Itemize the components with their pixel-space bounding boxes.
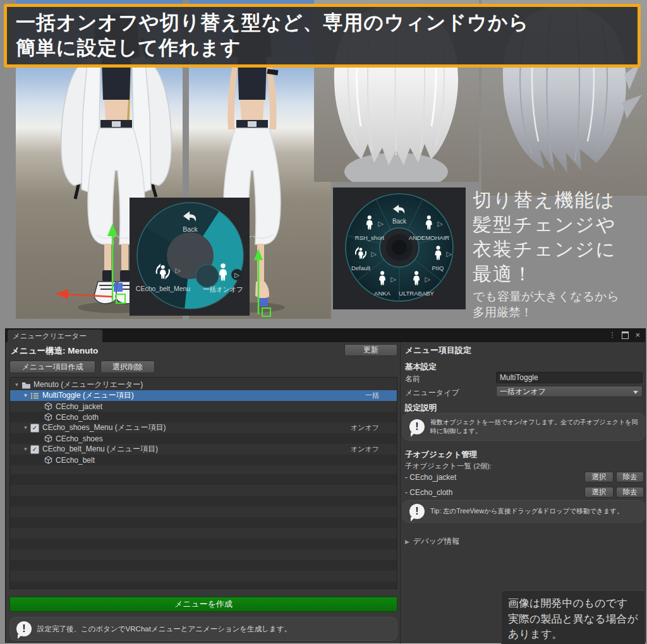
person-icon <box>432 246 444 261</box>
menu-creator-window: メニュークリエーター ⋮ × メニュー構造: Menuto 更新 メニュー項目作… <box>5 328 646 643</box>
headline-line1: 一括オンオフや切り替え型など、専用のウィンドウから <box>16 10 629 35</box>
play-icon: ▷ <box>447 251 452 258</box>
radial-item-label: ANKA <box>374 290 390 297</box>
child-objects-count: 子オブジェクト一覧 (2個): <box>405 462 492 471</box>
radial-item-default: ▷ Default <box>351 246 370 271</box>
fold-closed-icon: ▶ <box>405 539 409 545</box>
checkbox-checked-icon[interactable]: ✓ <box>30 445 40 454</box>
tree-row-cecho-jacket[interactable]: CEcho_jacket <box>10 401 397 412</box>
transform-gizmo <box>51 220 133 311</box>
tree-row-label: CEcho_jacket <box>56 402 102 411</box>
expander-icon[interactable]: ▼ <box>21 425 30 431</box>
radial-item-piiq: ▷ PIIQ <box>432 246 444 271</box>
tree-row-multitoggle[interactable]: ▼ MultiToggle (メニュー項目) 一括 <box>10 390 397 401</box>
tree-row-belt-menu[interactable]: ▼ ✓ CEcho_belt_Menu (メニュー項目) オンオフ <box>10 444 397 455</box>
tree-row-menuto[interactable]: ▼ Menuto (メニュークリエーター) <box>10 379 397 390</box>
tree-row-label: CEcho_cloth <box>56 413 99 422</box>
tree-row-cecho-belt[interactable]: CEcho_belt <box>10 455 397 465</box>
tab-menu-creator[interactable]: メニュークリエーター <box>8 330 102 342</box>
back-arrow-icon <box>391 204 408 217</box>
tree-row-label: CEcho_shoes_Menu (メニュー項目) <box>42 422 166 433</box>
side-note-line: 最適！ <box>473 261 644 286</box>
window-tabbar: メニュークリエーター ⋮ × <box>6 329 645 342</box>
refresh-button[interactable]: 更新 <box>344 344 397 356</box>
list-icon <box>30 391 40 400</box>
play-icon: ▷ <box>372 251 377 258</box>
create-menu-button[interactable]: メニューを作成 <box>9 597 397 612</box>
disclaimer-line: あります。 <box>508 627 638 643</box>
radial-menu-small: Back ▷ CEcho_belt_Menu <box>130 198 250 316</box>
radial-item-multitoggle: ▷ 一括オンオフ <box>203 263 243 294</box>
checkbox-checked-icon[interactable]: ✓ <box>30 424 40 432</box>
menu-structure-label: メニュー構造: Menuto <box>11 345 98 357</box>
side-note-line: 衣装チェンジに <box>473 237 644 261</box>
person-icon <box>411 271 422 286</box>
basic-settings-header: 基本設定 <box>405 362 437 373</box>
radial-item-label: RSH_short <box>355 234 384 241</box>
menu-type-badge: オンオフ <box>351 444 379 454</box>
radial-item-label: ULTRABABY <box>399 290 434 297</box>
folder-icon <box>21 381 31 390</box>
cube-icon <box>43 413 53 422</box>
radial-item-label: CEcho_belt_Menu <box>136 285 190 292</box>
window-menu-icon[interactable]: ⋮ <box>608 331 615 339</box>
delete-selection-button[interactable]: 選択削除 <box>100 361 155 373</box>
radial-item-label: ANDEMOHAIR <box>409 234 449 241</box>
menu-type-badge: オンオフ <box>351 423 379 432</box>
person-icon <box>423 215 435 230</box>
debug-foldout[interactable]: ▶ デバッグ情報 <box>405 536 459 547</box>
name-input[interactable] <box>496 372 643 383</box>
child-object-row: - CEcho_jacket <box>405 473 456 482</box>
side-note-subline: でも容量が大きくなるから <box>473 289 644 304</box>
person-icon <box>377 271 388 286</box>
radial-item-belt-menu: ▷ CEcho_belt_Menu <box>136 262 190 292</box>
radial-item-label: Back <box>183 225 197 233</box>
person-icon <box>364 215 375 230</box>
radial-item-andemohair: ▷ ANDEMOHAIR <box>409 215 449 241</box>
back-arrow-icon <box>181 210 199 224</box>
cube-icon <box>43 402 53 411</box>
person-icon <box>216 263 230 282</box>
side-note-line: 髪型チェンジや <box>473 212 644 237</box>
tree-row-cecho-cloth[interactable]: CEcho_cloth <box>10 412 397 422</box>
create-item-button[interactable]: メニュー項目作成 <box>9 361 95 373</box>
select-child-button[interactable]: 選択 <box>584 487 614 498</box>
inspector-title: メニュー項目設定 <box>405 345 471 356</box>
remove-child-button[interactable]: 除去 <box>616 472 644 482</box>
expander-icon[interactable]: ▼ <box>13 382 21 388</box>
close-icon[interactable]: × <box>635 331 640 339</box>
radial-item-label: Back <box>392 218 406 225</box>
headline-line2: 簡単に設定して作れます <box>16 35 629 61</box>
tree-row-shoes-menu[interactable]: ▼ ✓ CEcho_shoes_Menu (メニュー項目) オンオフ <box>10 422 397 433</box>
side-note-line: 切り替え機能は <box>473 188 644 212</box>
maximize-icon[interactable] <box>622 331 629 339</box>
play-icon: ▷ <box>231 269 243 280</box>
info-icon: ! <box>409 504 425 519</box>
transform-gizmo <box>245 247 282 318</box>
remove-child-button[interactable]: 除去 <box>616 487 644 498</box>
submenu-person-icon <box>154 262 172 281</box>
menu-tree-view: ▼ Menuto (メニュークリエーター) ▼ MultiToggle (メニュ… <box>9 377 397 589</box>
disclaimer-line: 画像は開発中のものです <box>508 596 638 612</box>
menu-type-dropdown[interactable]: 一括オンオフ <box>496 386 643 397</box>
radial-item-back: Back <box>181 210 199 233</box>
cube-icon <box>43 434 53 443</box>
expander-icon[interactable]: ▼ <box>21 446 30 452</box>
tree-row-cecho-shoes[interactable]: CEcho_shoes <box>10 433 397 444</box>
select-child-button[interactable]: 選択 <box>584 472 614 482</box>
side-note-subline: 多用厳禁！ <box>473 304 644 320</box>
description-header: 設定説明 <box>405 403 437 414</box>
radial-item-ultrababy: ▷ ULTRABABY <box>399 271 434 297</box>
cube-icon <box>43 456 53 465</box>
description-info-box: ! 複数オブジェクトを一括でオン/オフします。全ての子オブジェクトを同時に制御し… <box>402 413 645 441</box>
submenu-person-icon <box>353 246 368 261</box>
child-object-row: - CEcho_cloth <box>405 488 452 497</box>
tip-info-box: ! Tip: 左のTreeViewから直接ドラッグ&ドロップで移動できます。 <box>402 500 645 523</box>
panel-divider <box>400 342 401 643</box>
radial-item-back: Back <box>391 204 408 225</box>
expander-icon[interactable]: ▼ <box>21 393 30 398</box>
radial-item-label: Default <box>351 265 370 271</box>
disclaimer-line: 実際の製品と異なる場合が <box>508 612 638 628</box>
radial-item-anka: ▷ ANKA <box>374 271 390 297</box>
screenshot-root: Back ▷ CEcho_belt_Menu <box>0 0 647 644</box>
